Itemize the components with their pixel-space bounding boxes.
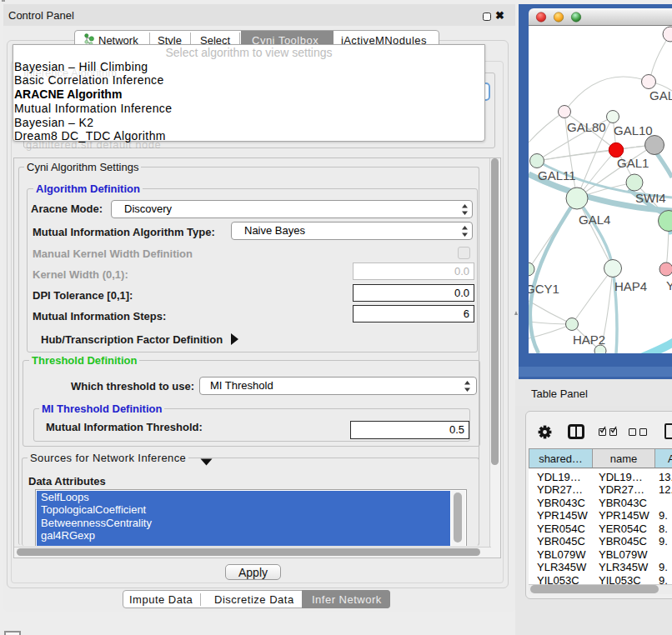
svg-text:HAP4: HAP4 (614, 279, 647, 293)
svg-text:HAP2: HAP2 (573, 332, 605, 347)
svg-text:GAL4: GAL4 (579, 212, 610, 227)
svg-text:GAL80: GAL80 (567, 120, 606, 134)
svg-text:GCY1: GCY1 (529, 282, 559, 296)
svg-text:GAL10: GAL10 (614, 123, 653, 138)
svg-text:YER: YER (666, 278, 672, 292)
svg-text:GAL2: GAL2 (649, 88, 672, 102)
svg-text:GAL1: GAL1 (617, 156, 649, 170)
svg-text:SWI4: SWI4 (635, 191, 666, 205)
svg-text:GAL11: GAL11 (538, 168, 576, 182)
